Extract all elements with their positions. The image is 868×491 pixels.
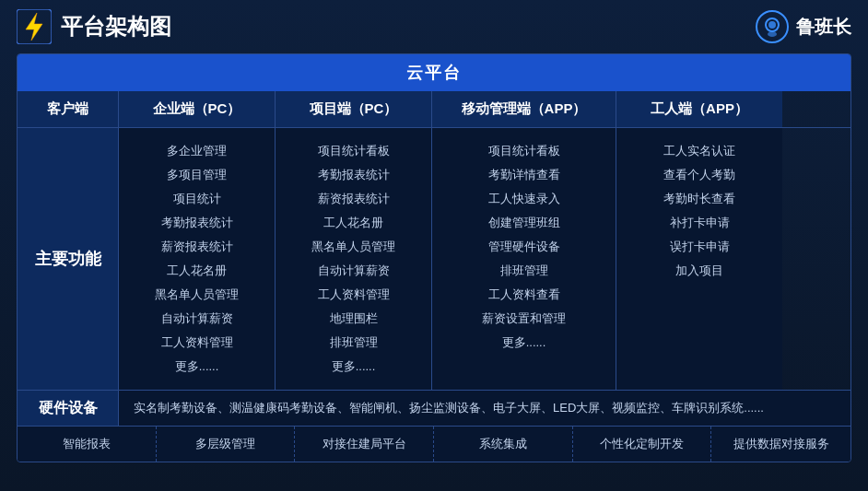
feature-1: 多层级管理 bbox=[157, 427, 296, 462]
mobile-item-1: 考勤详情查看 bbox=[441, 163, 606, 187]
mobile-item-0: 项目统计看板 bbox=[441, 139, 606, 163]
project-item-3: 工人花名册 bbox=[285, 211, 422, 235]
enterprise-item-4: 薪资报表统计 bbox=[128, 235, 265, 259]
enterprise-item-7: 自动计算薪资 bbox=[128, 307, 265, 331]
hardware-content: 实名制考勤设备、测温健康码考勤设备、智能闸机、扬尘监测设备、电子大屏、LED大屏… bbox=[119, 391, 850, 426]
page: 平台架构图 鲁班长 云平台 客户端 企业端（PC） 项目端（PC） 移动管理端（… bbox=[0, 0, 868, 491]
mobile-item-8: 更多...... bbox=[441, 331, 606, 355]
feature-5: 提供数据对接服务 bbox=[711, 427, 850, 462]
column-headers: 客户端 企业端（PC） 项目端（PC） 移动管理端（APP） 工人端（APP） bbox=[18, 91, 850, 128]
project-content: 项目统计看板 考勤报表统计 薪资报表统计 工人花名册 黑名单人员管理 自动计算薪… bbox=[276, 128, 432, 390]
enterprise-item-9: 更多...... bbox=[128, 355, 265, 379]
brand-logo: 鲁班长 bbox=[756, 10, 851, 43]
enterprise-content: 多企业管理 多项目管理 项目统计 考勤报表统计 薪资报表统计 工人花名册 黑名单… bbox=[119, 128, 276, 390]
mobile-item-5: 排班管理 bbox=[441, 259, 606, 283]
header: 平台架构图 鲁班长 bbox=[17, 9, 851, 44]
enterprise-item-5: 工人花名册 bbox=[128, 259, 265, 283]
cloud-platform-header: 云平台 bbox=[18, 54, 850, 91]
worker-content: 工人实名认证 查看个人考勤 考勤时长查看 补打卡申请 误打卡申请 加入项目 bbox=[616, 128, 782, 390]
main-functions-row: 主要功能 多企业管理 多项目管理 项目统计 考勤报表统计 薪资报表统计 工人花名… bbox=[18, 128, 850, 391]
brand-name: 鲁班长 bbox=[796, 15, 851, 40]
row-label-main-function: 主要功能 bbox=[18, 128, 119, 390]
mobile-content: 项目统计看板 考勤详情查看 工人快速录入 创建管理班组 管理硬件设备 排班管理 … bbox=[432, 128, 616, 390]
mobile-item-4: 管理硬件设备 bbox=[441, 235, 606, 259]
brand-icon bbox=[756, 10, 789, 43]
worker-item-5: 加入项目 bbox=[626, 259, 773, 283]
col-header-mobile: 移动管理端（APP） bbox=[432, 91, 616, 127]
worker-item-2: 考勤时长查看 bbox=[626, 187, 773, 211]
project-item-6: 工人资料管理 bbox=[285, 283, 422, 307]
col-header-project: 项目端（PC） bbox=[276, 91, 432, 127]
enterprise-item-1: 多项目管理 bbox=[128, 163, 265, 187]
project-item-2: 薪资报表统计 bbox=[285, 187, 422, 211]
feature-3: 系统集成 bbox=[434, 427, 573, 462]
project-item-7: 地理围栏 bbox=[285, 307, 422, 331]
col-header-client: 客户端 bbox=[18, 91, 119, 127]
svg-point-4 bbox=[768, 31, 777, 37]
mobile-item-7: 薪资设置和管理 bbox=[441, 307, 606, 331]
project-item-5: 自动计算薪资 bbox=[285, 259, 422, 283]
main-table: 云平台 客户端 企业端（PC） 项目端（PC） 移动管理端（APP） 工人端（A… bbox=[17, 53, 851, 462]
col-header-worker: 工人端（APP） bbox=[616, 91, 782, 127]
enterprise-item-0: 多企业管理 bbox=[128, 139, 265, 163]
mobile-item-2: 工人快速录入 bbox=[441, 187, 606, 211]
worker-item-3: 补打卡申请 bbox=[626, 211, 773, 235]
enterprise-item-6: 黑名单人员管理 bbox=[128, 283, 265, 307]
feature-4: 个性化定制开发 bbox=[573, 427, 712, 462]
hardware-label: 硬件设备 bbox=[18, 391, 119, 426]
mobile-item-6: 工人资料查看 bbox=[441, 283, 606, 307]
header-left: 平台架构图 bbox=[17, 9, 171, 44]
project-item-1: 考勤报表统计 bbox=[285, 163, 422, 187]
svg-point-5 bbox=[768, 21, 776, 29]
feature-2: 对接住建局平台 bbox=[295, 427, 434, 462]
project-item-4: 黑名单人员管理 bbox=[285, 235, 422, 259]
col-header-enterprise: 企业端（PC） bbox=[119, 91, 276, 127]
features-row: 智能报表 多层级管理 对接住建局平台 系统集成 个性化定制开发 提供数据对接服务 bbox=[18, 427, 850, 462]
project-item-0: 项目统计看板 bbox=[285, 139, 422, 163]
hardware-row: 硬件设备 实名制考勤设备、测温健康码考勤设备、智能闸机、扬尘监测设备、电子大屏、… bbox=[18, 391, 850, 427]
mobile-item-3: 创建管理班组 bbox=[441, 211, 606, 235]
project-item-9: 更多...... bbox=[285, 355, 422, 379]
logo-icon bbox=[17, 9, 52, 44]
worker-item-0: 工人实名认证 bbox=[626, 139, 773, 163]
svg-marker-0 bbox=[26, 13, 42, 41]
enterprise-item-3: 考勤报表统计 bbox=[128, 211, 265, 235]
page-title: 平台架构图 bbox=[61, 12, 171, 41]
worker-item-1: 查看个人考勤 bbox=[626, 163, 773, 187]
worker-item-4: 误打卡申请 bbox=[626, 235, 773, 259]
feature-0: 智能报表 bbox=[18, 427, 157, 462]
enterprise-item-2: 项目统计 bbox=[128, 187, 265, 211]
enterprise-item-8: 工人资料管理 bbox=[128, 331, 265, 355]
project-item-8: 排班管理 bbox=[285, 331, 422, 355]
